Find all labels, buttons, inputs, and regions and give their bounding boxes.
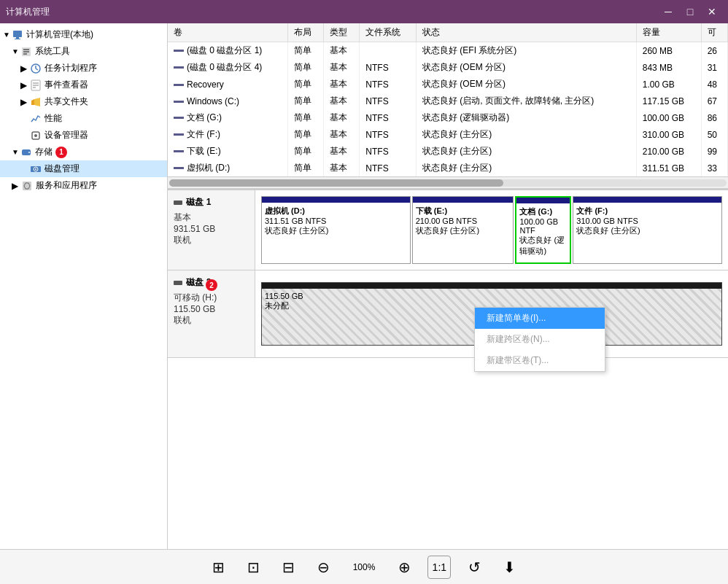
sidebar-item-root[interactable]: ▼ 计算机管理(本地) [0, 26, 167, 43]
h-scrollbar[interactable] [168, 176, 728, 188]
table-cell: 状态良好 (主分区) [417, 126, 637, 143]
col-avail[interactable]: 可 [701, 23, 727, 42]
table-cell: 状态良好 (OEM 分区) [417, 76, 637, 93]
table-cell: 31 [701, 59, 727, 76]
table-cell: 下载 (E:) [168, 143, 288, 160]
table-cell: 基本 [324, 93, 360, 109]
disk-icon [30, 163, 42, 175]
actual-size-button[interactable]: 1:1 [427, 556, 451, 579]
table-cell: NTFS [360, 126, 417, 143]
svg-point-20 [35, 168, 36, 170]
storage-icon [20, 147, 32, 158]
scrollbar-thumb[interactable] [169, 179, 503, 187]
zoom-out-button[interactable]: ⊖ [312, 556, 336, 579]
table-row[interactable]: 下载 (E:)简单基本NTFS状态良好 (主分区)210.00 GB99 [168, 143, 728, 160]
sidebar: ▼ 计算机管理(本地) ▼ 系统工具 ▶ [0, 23, 168, 549]
sidebar-item-diskmgmt[interactable]: ▶ 磁盘管理 [0, 160, 167, 177]
col-layout[interactable]: 布局 [288, 23, 324, 42]
table-cell: 260 MB [636, 42, 701, 60]
svg-rect-0 [13, 31, 22, 37]
table-row[interactable]: Windows (C:)简单基本NTFS状态良好 (启动, 页面文件, 故障转储… [168, 93, 728, 109]
partition-status: 状态良好 (逻辑驱动) [519, 235, 567, 257]
table-cell: 状态良好 (主分区) [417, 143, 637, 160]
sidebar-label-task: 任务计划程序 [44, 62, 97, 74]
sidebar-label-root: 计算机管理(本地) [26, 28, 93, 41]
col-vol[interactable]: 卷 [168, 23, 288, 42]
table-cell: 48 [701, 76, 727, 93]
sidebar-label-shared: 共享文件夹 [44, 96, 88, 108]
sidebar-item-perf[interactable]: ▶ 性能 [0, 110, 167, 127]
disk1-info: 磁盘 1 基本 931.51 GB 联机 [168, 190, 255, 270]
disk-table: 卷 布局 类型 文件系统 状态 容量 可 (磁盘 0 磁盘分区 1)简单基本状态… [168, 23, 728, 176]
minimize-button[interactable]: ─ [658, 4, 678, 20]
computer-icon [12, 29, 23, 41]
sidebar-item-device[interactable]: ▶ 设备管理器 [0, 127, 167, 144]
table-cell: NTFS [360, 59, 417, 76]
sidebar-item-task[interactable]: ▶ 任务计划程序 [0, 60, 167, 77]
sidebar-item-event[interactable]: ▶ 事件查看器 [0, 77, 167, 93]
partition-block[interactable]: 文件 (F:) 310.00 GB NTFS 状态良好 (主分区) [573, 196, 722, 264]
disk1-type: 基本 [174, 211, 249, 224]
table-row[interactable]: (磁盘 0 磁盘分区 4)简单基本NTFS状态良好 (OEM 分区)843 MB… [168, 59, 728, 76]
maximize-button[interactable]: □ [680, 4, 700, 20]
col-type[interactable]: 类型 [324, 23, 360, 42]
context-menu-item-new-simple[interactable]: 新建简单卷(I)... [475, 308, 605, 329]
table-row[interactable]: Recovery简单基本NTFS状态良好 (OEM 分区)1.00 GB48 [168, 76, 728, 93]
table-cell: 311.51 GB [636, 160, 701, 176]
download-button[interactable]: ⬇ [497, 556, 521, 579]
table-cell: NTFS [360, 93, 417, 109]
title-bar: 计算机管理 ─ □ ✕ [0, 0, 728, 23]
toolbar-list-btn[interactable]: ⊡ [242, 556, 266, 579]
context-menu-item-new-striped[interactable]: 新建带区卷(T)... [475, 350, 605, 371]
disk1-label: 磁盘 1 [174, 196, 249, 209]
table-cell: 100.00 GB [636, 109, 701, 126]
refresh-button[interactable]: ↺ [462, 556, 486, 579]
toolbar-fit-btn[interactable]: ⊟ [277, 556, 301, 579]
partition-block[interactable]: 下载 (E:) 210.00 GB NTFS 状态良好 (主分区) [412, 196, 514, 264]
partition-block[interactable]: 虚拟机 (D:) 311.51 GB NTFS 状态良好 (主分区) [261, 196, 411, 264]
table-row[interactable]: 虚拟机 (D:)简单基本NTFS状态良好 (主分区)311.51 GB33 [168, 160, 728, 176]
zoom-in-button[interactable]: ⊕ [392, 556, 416, 579]
sidebar-item-services[interactable]: ▶ 服务和应用程序 [0, 177, 167, 194]
svg-rect-2 [15, 39, 20, 39]
partition-name: 下载 (E:) [416, 206, 511, 217]
table-cell: Recovery [168, 76, 288, 93]
sidebar-label-diskmgmt: 磁盘管理 [44, 163, 80, 175]
table-cell: 117.15 GB [636, 93, 701, 109]
close-button[interactable]: ✕ [702, 4, 722, 20]
expand-arrow-root[interactable]: ▼ [3, 31, 10, 39]
sidebar-item-shared[interactable]: ▶ 共享文件夹 [0, 93, 167, 110]
svg-point-17 [28, 152, 30, 153]
col-status[interactable]: 状态 [417, 23, 637, 42]
sidebar-item-system-tools[interactable]: ▼ 系统工具 [0, 43, 167, 60]
context-menu: 新建简单卷(I)... 新建跨区卷(N)... 新建带区卷(T)... [474, 307, 605, 372]
partition-name: 文件 (F:) [576, 206, 719, 217]
svg-line-9 [36, 69, 38, 70]
table-row[interactable]: 文件 (F:)简单基本NTFS状态良好 (主分区)310.00 GB50 [168, 126, 728, 143]
table-cell: 26 [701, 42, 727, 60]
event-icon [30, 79, 42, 91]
services-icon [21, 180, 33, 192]
table-cell: 67 [701, 93, 727, 109]
table-cell: 简单 [288, 160, 324, 176]
col-cap[interactable]: 容量 [636, 23, 701, 42]
partition-block[interactable]: 文档 (G:) 100.00 GB NTF 状态良好 (逻辑驱动) [515, 196, 571, 264]
expand-arrow-tools[interactable]: ▼ [12, 47, 19, 55]
tools-icon [20, 46, 32, 58]
sidebar-item-storage[interactable]: ▼ 存储 1 [0, 144, 167, 160]
partition-status: 状态良好 (主分区) [416, 225, 511, 236]
disk-table-container: 卷 布局 类型 文件系统 状态 容量 可 (磁盘 0 磁盘分区 1)简单基本状态… [168, 23, 728, 190]
col-fs[interactable]: 文件系统 [360, 23, 417, 42]
expand-arrow-storage[interactable]: ▼ [12, 148, 19, 156]
table-row[interactable]: 文档 (G:)简单基本NTFS状态良好 (逻辑驱动器)100.00 GB86 [168, 109, 728, 126]
table-cell: 简单 [288, 59, 324, 76]
sidebar-label-perf: 性能 [44, 112, 62, 125]
toolbar: ⊞ ⊡ ⊟ ⊖ 100% ⊕ 1:1 ↺ ⬇ [0, 549, 728, 584]
table-row[interactable]: (磁盘 0 磁盘分区 1)简单基本状态良好 (EFI 系统分区)260 MB26 [168, 42, 728, 60]
partition-size: 100.00 GB NTF [519, 217, 567, 235]
toolbar-grid-btn[interactable]: ⊞ [207, 556, 231, 579]
context-menu-item-new-spanned[interactable]: 新建跨区卷(N)... [475, 329, 605, 350]
table-cell: 简单 [288, 143, 324, 160]
table-cell: NTFS [360, 160, 417, 176]
table-cell: NTFS [360, 109, 417, 126]
